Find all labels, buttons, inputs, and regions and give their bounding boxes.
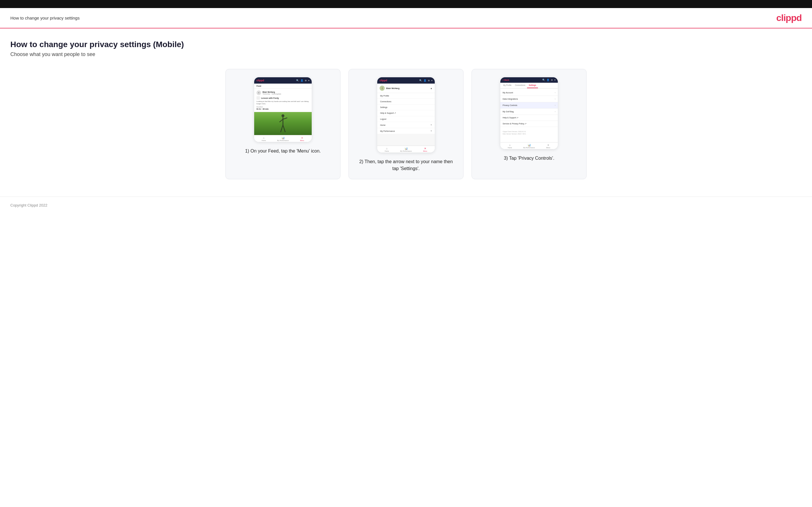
menu-user-name: Blair McHarg: [386, 87, 399, 90]
lesson-icon: [256, 96, 260, 100]
settings-icon-3[interactable]: ⊕: [551, 79, 553, 81]
breadcrumb: How to change your privacy settings: [10, 15, 80, 20]
nav-performance-1[interactable]: 📊 My Performance: [273, 136, 293, 141]
person-icon[interactable]: 👤: [301, 79, 303, 82]
golf-image: [254, 112, 312, 135]
footer: Copyright Clippd 2022: [0, 196, 812, 213]
menu-item-myprofile[interactable]: My Profile: [377, 93, 435, 99]
chevron-down-icon-2: ▾: [431, 130, 432, 132]
version-line-2: GQL Server Version: 2022.7.30-1: [503, 133, 556, 135]
phone-3-mockup: < Back 🔍 👤 ⊕ ▾ My Profile Connections Se…: [500, 77, 558, 149]
lesson-title: Lesson with Fordy: [261, 97, 279, 99]
phone-1-logo: clippd: [256, 79, 264, 82]
menu-user-header: 🏌 Blair McHarg ▲: [377, 83, 435, 93]
feed-screen: Feed B Blair McHarg Yesterday · Sunningd…: [254, 83, 312, 135]
feed-avatar: B: [256, 91, 261, 95]
header: How to change your privacy settings clip…: [0, 8, 812, 29]
settings-version: Clippd Client Version: 2022.8.3-3 GQL Se…: [500, 128, 558, 136]
home-label-2: Home: [385, 150, 389, 152]
performance-label: My Performance: [277, 139, 289, 141]
menu-user-avatar: 🏌: [379, 86, 385, 91]
settings-icon[interactable]: ⊕: [305, 79, 307, 82]
settings-icon-2[interactable]: ⊕: [428, 79, 430, 82]
step-1-caption: 1) On your Feed, tap the 'Menu' icon.: [245, 148, 320, 155]
tab-settings[interactable]: Settings: [527, 83, 538, 88]
menu-icon: ≡: [301, 136, 303, 139]
person-icon-3[interactable]: 👤: [547, 79, 550, 81]
close-icon: ✕: [424, 147, 426, 150]
person-icon-2[interactable]: 👤: [423, 79, 426, 82]
chart-icon-2: 📊: [405, 147, 408, 150]
phone-1-header: clippd 🔍 👤 ⊕ ▾: [254, 77, 312, 83]
phone-2-mockup: clippd 🔍 👤 ⊕ ▾ 🏌 Blair McHarg ▲: [377, 77, 435, 153]
nav-home-3[interactable]: ⌂ Home: [500, 144, 519, 149]
tab-myprofile[interactable]: My Profile: [502, 83, 513, 88]
nav-menu-close-2[interactable]: ✕ Menu: [415, 147, 435, 152]
chevron-down-icon: ▾: [431, 124, 432, 126]
nav-menu-3[interactable]: ≡ Menu: [539, 144, 558, 149]
search-icon-2[interactable]: 🔍: [419, 79, 422, 82]
page-heading: How to change your privacy settings (Mob…: [10, 40, 802, 49]
settings-item-helpsupport[interactable]: Help & Support ↗: [500, 115, 558, 121]
menu-item-helpsupport[interactable]: Help & Support ↗: [377, 110, 435, 116]
settings-list: My Account › Data Integrations › Privacy…: [500, 89, 558, 128]
menu-toggle-icon[interactable]: ▾: [308, 79, 309, 82]
menu-spacer: [377, 134, 435, 146]
settings-spacer: [500, 136, 558, 142]
home-label: Home: [262, 139, 266, 141]
menu-item-logout[interactable]: Logout: [377, 116, 435, 122]
home-nav-label: Home: [380, 124, 386, 126]
home-icon-2: ⌂: [386, 147, 388, 150]
menu-icon-3: ≡: [548, 144, 549, 147]
data-integrations-label: Data Integrations: [503, 98, 518, 100]
search-icon-3[interactable]: 🔍: [542, 79, 545, 81]
settings-tabs: My Profile Connections Settings: [500, 83, 558, 89]
settings-item-dataintegrations[interactable]: Data Integrations ›: [500, 96, 558, 102]
tab-connections[interactable]: Connections: [513, 83, 527, 88]
phone-1-bottom-nav: ⌂ Home 📊 My Performance ≡ Menu: [254, 135, 312, 142]
duration-val: 01 hr : 30 min: [256, 108, 309, 110]
svg-line-4: [281, 125, 283, 132]
step-2-caption: 2) Then, tap the arrow next to your name…: [357, 158, 455, 172]
phone-3-icons: 🔍 👤 ⊕ ▾: [542, 79, 556, 81]
copyright-text: Copyright Clippd 2022: [10, 203, 47, 208]
home-icon: ⌂: [263, 136, 264, 139]
my-account-label: My Account: [503, 92, 513, 94]
home-label-3: Home: [508, 147, 512, 149]
phone-2-logo: clippd: [379, 79, 387, 82]
settings-item-privacypolicy[interactable]: Service & Privacy Policy ↗: [500, 121, 558, 127]
feed-desc: Looking to feel like my hands are exitin…: [256, 101, 309, 105]
menu-label-2: Menu: [423, 150, 427, 152]
phone-1-mockup: clippd 🔍 👤 ⊕ ▾ Feed B: [254, 77, 312, 142]
nav-home-2[interactable]: ⌂ Home: [377, 147, 397, 152]
menu-nav-home[interactable]: Home ▾: [377, 122, 435, 128]
nav-performance-2[interactable]: 📊 My Performance: [397, 147, 416, 152]
performance-nav-label: My Performance: [380, 130, 395, 132]
step-3-card: < Back 🔍 👤 ⊕ ▾ My Profile Connections Se…: [471, 69, 587, 179]
svg-line-5: [283, 125, 285, 132]
settings-back-bar: < Back 🔍 👤 ⊕ ▾: [500, 77, 558, 83]
feed-lesson-row: Lesson with Fordy: [256, 96, 309, 100]
back-button[interactable]: < Back: [503, 79, 509, 81]
nav-home-1[interactable]: ⌂ Home: [254, 136, 273, 141]
home-icon-3: ⌂: [509, 144, 511, 147]
menu-user-left: 🏌 Blair McHarg: [379, 86, 399, 91]
chevron-up-icon[interactable]: ▲: [430, 87, 433, 90]
settings-item-privacycontrols[interactable]: Privacy Controls ›: [500, 102, 558, 109]
settings-item-mygolfbag[interactable]: My Golf Bag ›: [500, 109, 558, 115]
search-icon[interactable]: 🔍: [296, 79, 299, 82]
menu-item-settings[interactable]: Settings: [377, 105, 435, 110]
menu-toggle-icon-3[interactable]: ▾: [554, 79, 556, 81]
menu-toggle-icon-2[interactable]: ▾: [431, 79, 433, 82]
phone-1-icons: 🔍 👤 ⊕ ▾: [296, 79, 309, 82]
menu-nav-performance[interactable]: My Performance ▾: [377, 128, 435, 134]
top-bar: [0, 0, 812, 8]
phone-2-icons: 🔍 👤 ⊕ ▾: [419, 79, 433, 82]
chart-icon-3: 📊: [527, 144, 531, 147]
my-golf-bag-label: My Golf Bag: [503, 111, 514, 113]
nav-menu-1[interactable]: ≡ Menu: [293, 136, 312, 141]
settings-item-myaccount[interactable]: My Account ›: [500, 90, 558, 96]
menu-item-connections[interactable]: Connections: [377, 99, 435, 105]
nav-performance-3[interactable]: 📊 My Performance: [519, 144, 539, 149]
main-content: How to change your privacy settings (Mob…: [0, 29, 812, 196]
